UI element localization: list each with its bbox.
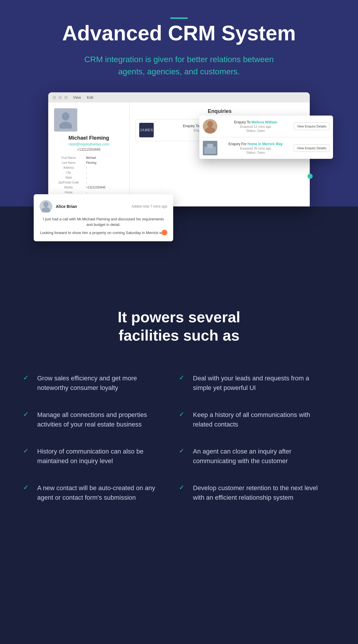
contact-avatar: [54, 108, 77, 132]
contact-phone: +13212333445: [54, 147, 123, 152]
contact-name: Michael Fleming: [54, 135, 123, 141]
check-icon-3: ✓: [23, 411, 31, 419]
feature-text-left-4: A new contact will be auto-created on an…: [37, 483, 167, 502]
feature-item-right-4: ✓ Develop customer retention to the next…: [179, 474, 335, 511]
svg-point-2: [207, 121, 213, 127]
svg-point-0: [62, 112, 69, 120]
feature-text-right-2: Keep a history of all communications wit…: [193, 410, 323, 429]
feature-item-right-3: ✓ An agent can close an inquiry after co…: [179, 438, 335, 474]
floating-enquiry-panel: Enquiry To Melissa William Enquired 12 m…: [199, 116, 333, 159]
crm-mockup: View Edit Michael Fleming robot@inspir: [48, 92, 310, 206]
floating-avatar-2: [203, 141, 217, 155]
field-lastname: Last Name Fleming: [54, 161, 123, 164]
feature-item-right-1: ✓ Deal with your leads and requests from…: [179, 365, 335, 401]
contact-fields: First Name Michael Last Name Fleming Add…: [54, 156, 123, 199]
note-text-1: I just had a call with Mr.Michael Flemin…: [40, 216, 167, 228]
floating-enquiry-status-1: Status: Open: [221, 129, 290, 132]
feature-text-right-1: Deal with your leads and requests from a…: [193, 373, 323, 393]
check-icon-4: ✓: [179, 411, 187, 419]
floating-enquiry-inner: Enquiry To Melissa William Enquired 12 m…: [199, 116, 333, 159]
feature-item-left-4: ✓ A new contact will be auto-created on …: [23, 474, 179, 511]
floating-enquiry-card-1: Enquiry To Melissa William Enquired 12 m…: [199, 116, 333, 137]
note-text-2: Looking forward to show him a property o…: [40, 230, 167, 236]
floating-enquiry-time-2: Enquired 35 mins ago: [221, 147, 290, 150]
field-home: Home -: [54, 191, 123, 194]
browser-dot-2: [58, 96, 62, 99]
check-icon-7: ✓: [23, 484, 31, 492]
floating-enquiry-info-2: Enquiry For Home in Merrick Way Enquired…: [221, 142, 290, 154]
browser-dot-3: [64, 96, 68, 99]
floating-enquiry-to-1: Enquiry To Melissa William: [221, 120, 290, 124]
contact-panel: Michael Fleming robot@inspirythemes.com …: [48, 102, 130, 206]
feature-text-left-1: Grow sales efficiency and get more notew…: [37, 373, 167, 393]
floating-enquiry-time-1: Enquired 12 mins ago: [221, 125, 290, 128]
floating-enquiry-btn-2[interactable]: View Enquiry Details: [294, 144, 330, 152]
contact-email: robot@inspirythemes.com: [54, 142, 123, 146]
floating-enquiry-btn-1[interactable]: View Enquiry Details: [294, 123, 330, 130]
check-icon-8: ✓: [179, 484, 187, 492]
browser-tabs: View Edit: [73, 95, 93, 100]
feature-item-left-2: ✓ Manage all connections and properties …: [23, 401, 179, 438]
facilities-title: It powers several facilities such as: [23, 308, 335, 344]
svg-rect-6: [207, 144, 213, 148]
enquiry-avatar-1: JAMES: [139, 123, 154, 137]
floating-enquiry-name-1: Melissa William: [251, 120, 277, 124]
check-icon-6: ✓: [179, 447, 187, 455]
feature-text-left-2: Manage all connections and properties ac…: [37, 410, 167, 429]
note-author: Alice Brian: [56, 204, 77, 209]
feature-item-left-1: ✓ Grow sales efficiency and get more not…: [23, 365, 179, 401]
bottom-section: It powers several facilities such as ✓ G…: [0, 279, 358, 534]
field-mobile: Mobile +13212333445: [54, 186, 123, 189]
tab-view[interactable]: View: [73, 95, 81, 100]
svg-point-8: [42, 207, 50, 212]
features-grid: ✓ Grow sales efficiency and get more not…: [23, 365, 335, 511]
browser-dot-1: [53, 96, 56, 99]
field-zip: Zip/Postal Code -: [54, 181, 123, 184]
note-card: Alice Brian Added note 7 mins ago I just…: [34, 194, 173, 242]
floating-enquiry-card-2: Enquiry For Home in Merrick Way Enquired…: [199, 137, 333, 159]
enquiries-title: Enquiries: [135, 108, 304, 114]
note-header: Alice Brian Added note 7 mins ago: [40, 200, 167, 213]
teal-dot: [307, 174, 313, 179]
field-state: State -: [54, 176, 123, 179]
floating-enquiry-to-2: Enquiry For Home in Merrick Way: [221, 142, 290, 146]
check-icon-5: ✓: [23, 447, 31, 455]
note-time: Added note 7 mins ago: [132, 204, 167, 208]
feature-item-right-2: ✓ Keep a history of all communications w…: [179, 401, 335, 438]
floating-enquiry-info-1: Enquiry To Melissa William Enquired 12 m…: [221, 120, 290, 132]
svg-point-3: [205, 127, 215, 134]
floating-enquiry-name-2: Home in Merrick Way: [248, 142, 283, 146]
main-title: Advanced CRM System: [12, 22, 346, 45]
feature-item-left-3: ✓ History of communication can also be m…: [23, 438, 179, 474]
field-address: Address -: [54, 166, 123, 169]
field-firstname: First Name Michael: [54, 156, 123, 159]
svg-point-7: [43, 202, 49, 207]
feature-text-right-3: An agent can close an inquiry after comm…: [193, 447, 323, 466]
top-section: Advanced CRM System CRM integration is g…: [0, 0, 358, 206]
floating-avatar-1: [203, 119, 217, 134]
subtitle: CRM integration is given for better rela…: [77, 53, 281, 78]
feature-text-right-4: Develop customer retention to the next l…: [193, 483, 323, 502]
floating-enquiry-status-2: Status: Open: [221, 151, 290, 154]
accent-bar: [170, 17, 188, 19]
check-icon-1: ✓: [23, 374, 31, 382]
feature-text-left-3: History of communication can also be mai…: [37, 447, 167, 466]
browser-bar: View Edit: [48, 92, 310, 102]
check-icon-2: ✓: [179, 374, 187, 382]
note-avatar: [40, 200, 52, 213]
field-city: City -: [54, 171, 123, 174]
tab-edit[interactable]: Edit: [87, 95, 93, 100]
svg-point-1: [59, 122, 72, 129]
